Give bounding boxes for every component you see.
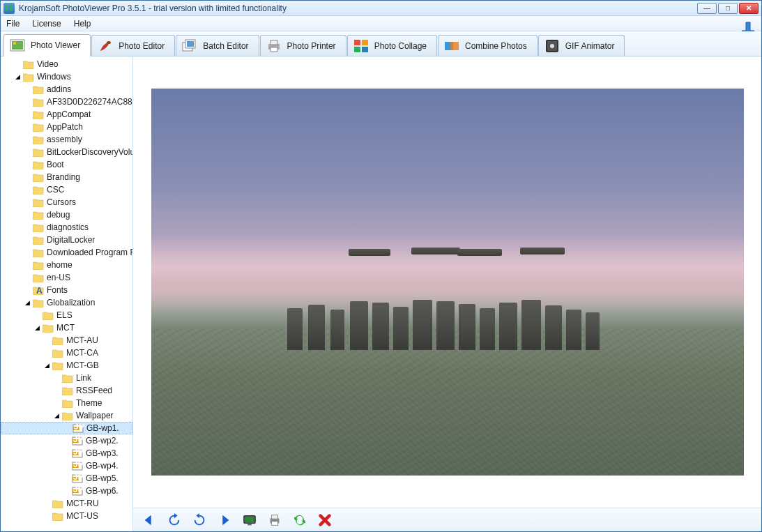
tree-folder[interactable]: AFonts <box>1 284 132 296</box>
print-button[interactable] <box>266 511 284 529</box>
photo-editor-icon <box>98 38 113 54</box>
tree-folder[interactable]: Branding <box>1 171 132 183</box>
prev-button[interactable] <box>140 511 158 529</box>
svg-text:JPG: JPG <box>74 424 84 432</box>
tree-folder[interactable]: Link <box>1 372 132 384</box>
expander-icon <box>52 374 61 382</box>
tree-folder[interactable]: ◢Windows <box>1 70 132 83</box>
tree-file[interactable]: JPGGB-wp4. <box>1 459 132 472</box>
tab-combine-photos[interactable]: Combine Photos <box>438 35 538 56</box>
tree-folder[interactable]: MCT-CA <box>1 347 132 359</box>
expander-icon <box>23 223 31 231</box>
next-button[interactable] <box>215 511 234 529</box>
bottom-toolbar <box>133 508 761 531</box>
expander-open-icon[interactable]: ◢ <box>23 298 31 307</box>
expander-icon <box>62 462 70 470</box>
tree-folder[interactable]: AppPatch <box>1 121 132 133</box>
tab-gif-animator[interactable]: GIF Animator <box>538 35 625 56</box>
svg-text:JPG: JPG <box>73 474 83 482</box>
tree-label: Wallpaper <box>76 411 114 420</box>
tree-label: ehome <box>47 260 73 270</box>
expander-open-icon[interactable]: ◢ <box>43 361 51 370</box>
tab-photo-viewer[interactable]: Photo Viewer <box>3 34 91 56</box>
tree-folder[interactable]: en-US <box>1 271 132 284</box>
expander-icon <box>33 311 41 319</box>
photo-collage-icon <box>353 38 369 54</box>
photo-preview <box>151 89 744 476</box>
tree-folder[interactable]: ◢MCT-GB <box>1 359 132 372</box>
expander-open-icon[interactable]: ◢ <box>52 411 61 420</box>
tree-folder[interactable]: AF33D0D226274AC8847 <box>1 96 132 108</box>
tree-folder[interactable]: ELS <box>1 309 132 321</box>
expander-icon <box>62 449 70 457</box>
tree-folder[interactable]: Theme <box>1 397 132 409</box>
folder-icon <box>33 98 44 107</box>
jpg-file-icon: JPG <box>73 424 84 433</box>
tree-folder[interactable]: ◢MCT <box>1 321 132 334</box>
tree-folder[interactable]: Downloaded Program F <box>1 246 132 259</box>
folder-icon <box>23 60 34 69</box>
maximize-button[interactable]: □ <box>718 3 738 14</box>
tree-folder[interactable]: Cursors <box>1 196 132 208</box>
tree-folder[interactable]: AppCompat <box>1 108 132 121</box>
tree-folder[interactable]: MCT-US <box>1 510 132 522</box>
rotate-right-button[interactable] <box>190 511 208 529</box>
tree-file[interactable]: JPGGB-wp2. <box>1 434 132 447</box>
folder-icon <box>33 273 44 282</box>
expander-icon <box>63 424 71 432</box>
tree-folder[interactable]: diagnostics <box>1 221 132 234</box>
jpg-file-icon: JPG <box>72 474 83 483</box>
tree-folder[interactable]: RSSFeed <box>1 384 132 397</box>
folder-tree-pane[interactable]: Video◢WindowsaddinsAF33D0D226274AC8847Ap… <box>1 56 133 531</box>
svg-text:JPG: JPG <box>73 436 83 444</box>
tree-folder[interactable]: Boot <box>1 158 132 171</box>
tree-folder[interactable]: addins <box>1 83 132 96</box>
close-button[interactable]: ✕ <box>739 3 759 14</box>
rotate-left-button[interactable] <box>165 511 183 529</box>
folder-icon <box>62 386 73 395</box>
expander-open-icon[interactable]: ◢ <box>13 73 22 81</box>
tree-file[interactable]: JPGGB-wp1. <box>1 422 132 434</box>
expander-icon <box>23 185 31 194</box>
photo-viewer-icon <box>10 38 25 53</box>
tree-folder[interactable]: Video <box>1 58 132 70</box>
tree-label: GB-wp5. <box>86 473 119 483</box>
tree-folder[interactable]: ehome <box>1 259 132 271</box>
jpg-file-icon: JPG <box>72 436 83 446</box>
tab-photo-editor[interactable]: Photo Editor <box>91 35 175 56</box>
window-title: KrojamSoft PhotoViewer Pro 3.5.1 - trial… <box>19 3 697 13</box>
folder-icon <box>62 411 73 420</box>
tab-batch-editor[interactable]: Batch Editor <box>176 35 259 56</box>
tab-photo-collage[interactable]: Photo Collage <box>347 35 437 56</box>
folder-icon <box>33 148 44 157</box>
tree-folder[interactable]: BitLockerDiscoveryVolu <box>1 146 132 158</box>
tree-folder[interactable]: ◢Globalization <box>1 296 132 309</box>
wallpaper-button[interactable] <box>241 511 259 529</box>
tree-file[interactable]: JPGGB-wp6. <box>1 485 132 497</box>
tree-folder[interactable]: debug <box>1 208 132 221</box>
tree-folder[interactable]: DigitalLocker <box>1 234 132 246</box>
titlebar: KrojamSoft PhotoViewer Pro 3.5.1 - trial… <box>1 1 761 16</box>
tree-folder[interactable]: CSC <box>1 183 132 196</box>
tree-label: debug <box>47 210 70 220</box>
menu-file[interactable]: File <box>6 19 20 29</box>
menu-help[interactable]: Help <box>74 19 91 29</box>
tree-file[interactable]: JPGGB-wp3. <box>1 447 132 459</box>
tree-folder[interactable]: MCT-AU <box>1 334 132 347</box>
folder-icon <box>33 135 44 144</box>
refresh-button[interactable] <box>291 511 309 529</box>
tree-label: addins <box>47 84 71 94</box>
tab-photo-printer[interactable]: Photo Printer <box>260 35 346 56</box>
expander-icon <box>62 436 70 445</box>
minimize-button[interactable]: — <box>697 3 717 14</box>
tree-folder[interactable]: assembly <box>1 133 132 146</box>
tree-folder[interactable]: MCT-RU <box>1 497 132 510</box>
menu-license[interactable]: License <box>32 19 61 29</box>
jpg-file-icon: JPG <box>72 449 83 458</box>
delete-button[interactable] <box>316 511 334 529</box>
tree-file[interactable]: JPGGB-wp5. <box>1 472 132 485</box>
folder-icon <box>33 123 44 132</box>
expander-icon <box>23 123 31 131</box>
expander-open-icon[interactable]: ◢ <box>33 324 41 332</box>
tree-folder[interactable]: ◢Wallpaper <box>1 409 132 422</box>
